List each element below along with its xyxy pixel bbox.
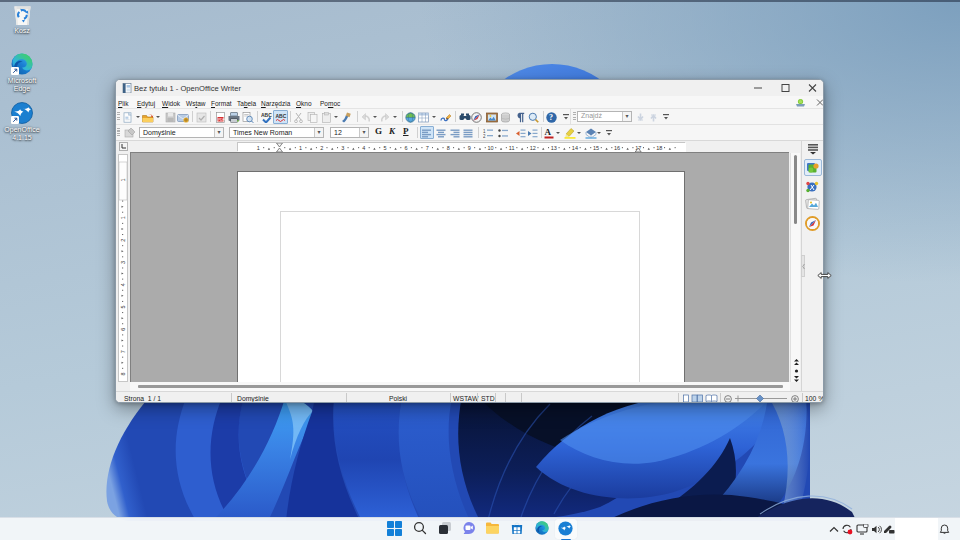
svg-text:PDF: PDF — [218, 117, 225, 121]
svg-text:2: 2 — [320, 145, 323, 151]
svg-text:?: ? — [549, 113, 553, 122]
svg-text:1: 1 — [120, 178, 126, 181]
svg-text:1: 1 — [120, 216, 126, 219]
svg-text:5: 5 — [120, 305, 126, 308]
svg-text:16: 16 — [614, 145, 620, 151]
svg-text:15: 15 — [593, 145, 599, 151]
svg-text:13: 13 — [551, 145, 557, 151]
svg-text:3: 3 — [341, 145, 344, 151]
svg-text:1: 1 — [299, 145, 302, 151]
svg-text:18: 18 — [656, 145, 662, 151]
svg-text:2: 2 — [483, 134, 486, 139]
svg-text:14: 14 — [572, 145, 578, 151]
svg-text:ABC: ABC — [261, 112, 272, 118]
svg-text:11: 11 — [509, 145, 515, 151]
svg-text:2: 2 — [120, 239, 126, 242]
svg-text:7: 7 — [426, 145, 429, 151]
svg-text:8: 8 — [120, 372, 126, 375]
svg-text:6: 6 — [405, 145, 408, 151]
svg-text:12: 12 — [530, 145, 536, 151]
svg-text:5: 5 — [383, 145, 386, 151]
svg-text:A: A — [545, 127, 552, 137]
svg-text:6: 6 — [120, 328, 126, 331]
svg-text:4: 4 — [362, 145, 365, 151]
svg-text:ABC: ABC — [276, 112, 287, 118]
svg-text:1: 1 — [257, 145, 260, 151]
svg-text:10: 10 — [487, 145, 493, 151]
svg-text:7: 7 — [120, 350, 126, 353]
svg-text:1: 1 — [483, 128, 486, 133]
svg-text:3: 3 — [120, 261, 126, 264]
svg-text:4: 4 — [120, 283, 126, 286]
svg-text:9: 9 — [468, 145, 471, 151]
svg-text:8: 8 — [447, 145, 450, 151]
